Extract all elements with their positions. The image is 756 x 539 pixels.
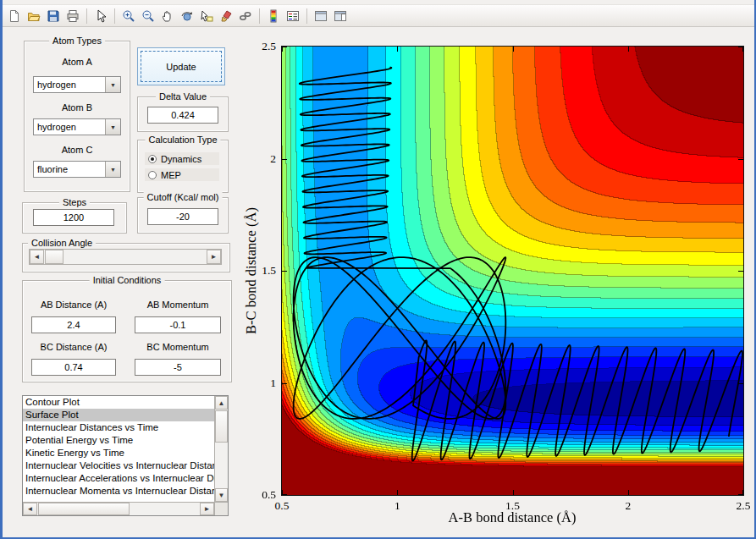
data-cursor-icon[interactable] (197, 7, 216, 25)
list-item[interactable]: Surface Plot (23, 409, 214, 421)
scroll-right-icon[interactable]: ► (200, 503, 214, 515)
y-axis-label: B-C bond distance (Å) (243, 207, 260, 334)
update-button-label: Update (166, 62, 196, 72)
radio-label: MEP (161, 170, 181, 180)
cutoff-field[interactable]: -20 (147, 208, 218, 225)
ab-distance-field[interactable]: 2.4 (31, 316, 116, 333)
open-folder-icon[interactable] (25, 7, 43, 25)
ab-momentum-field[interactable]: -0.1 (135, 316, 221, 333)
list-item[interactable]: Internuclear Velocities vs Internuclear … (23, 459, 214, 472)
dropdown-arrow-icon[interactable]: ▼ (105, 119, 120, 135)
dropdown-arrow-icon[interactable]: ▼ (105, 77, 120, 92)
print-icon[interactable] (63, 7, 82, 25)
list-items: Contour PlotSurface PlotInternuclear Dis… (23, 396, 214, 502)
delta-value-field[interactable]: 0.424 (147, 107, 218, 124)
toolbar-separator (306, 8, 307, 24)
pan-icon[interactable] (158, 7, 177, 25)
slider-thumb[interactable] (45, 250, 63, 264)
insert-legend-icon[interactable] (284, 7, 302, 25)
new-document-icon[interactable] (5, 7, 24, 25)
vscroll-thumb[interactable] (215, 410, 228, 443)
group-title: Initial Conditions (90, 274, 165, 286)
x-tick-label: 2.5 (722, 499, 756, 513)
slider-left-arrow-icon[interactable]: ◄ (30, 250, 44, 264)
delta-value-group: Delta Value 0.424 (137, 96, 229, 132)
atom-b-dropdown[interactable]: hydrogen ▼ (33, 118, 121, 135)
atom-a-label: Atom A (25, 57, 130, 67)
dropdown-arrow-icon[interactable]: ▼ (105, 162, 120, 177)
slider-track[interactable] (44, 250, 207, 264)
toolbar-separator (259, 8, 260, 24)
atom-c-dropdown[interactable]: fluorine ▼ (33, 161, 121, 178)
hide-plot-tools-icon[interactable] (312, 7, 330, 25)
bc-distance-field[interactable]: 0.74 (31, 359, 116, 376)
scroll-left-icon[interactable]: ◄ (23, 503, 37, 515)
cutoff-group: Cutoff (Kcal/ mol) -20 (137, 197, 229, 234)
zoom-in-icon[interactable] (119, 7, 138, 25)
radio-label: Dynamics (161, 154, 201, 164)
show-plot-tools-icon[interactable] (331, 7, 350, 25)
zoom-out-icon[interactable] (139, 7, 157, 25)
list-vertical-scrollbar[interactable]: ▲ ▼ (214, 396, 228, 502)
collision-angle-group: Collision Angle ◄ ► (22, 243, 230, 272)
group-title: Delta Value (156, 91, 210, 102)
insert-colorbar-icon[interactable] (264, 7, 283, 25)
ab-momentum-label: AB Momentum (135, 300, 221, 310)
hscroll-track[interactable] (37, 503, 200, 515)
group-title: Cutoff (Kcal/ mol) (144, 191, 223, 203)
bc-momentum-field[interactable]: -5 (135, 359, 221, 376)
update-button[interactable]: Update (137, 47, 225, 85)
toolbar-separator (114, 8, 115, 24)
atom-a-value: hydrogen (34, 77, 105, 92)
brush-icon[interactable] (217, 7, 235, 25)
ab-distance-label: AB Distance (A) (31, 300, 116, 310)
radio-mep[interactable]: MEP (145, 168, 219, 181)
list-item[interactable]: Kinetic Energy vs Time (23, 447, 214, 459)
slider-right-arrow-icon[interactable]: ► (207, 250, 221, 264)
steps-field[interactable]: 1200 (33, 209, 114, 226)
toolbar-separator (86, 8, 87, 24)
list-item[interactable]: Contour Plot (23, 396, 214, 409)
initial-conditions-group: Initial Conditions AB Distance (A) AB Mo… (22, 280, 232, 382)
collision-angle-slider[interactable]: ◄ ► (29, 249, 222, 265)
scroll-down-icon[interactable]: ▼ (215, 488, 228, 502)
app-window: Atom Types Atom A hydrogen ▼ Atom B hydr… (0, 0, 756, 539)
list-item[interactable]: Internuclear Momenta vs Internuclear Dis… (23, 485, 214, 498)
up-arrow-glyph: ▲ (218, 399, 225, 407)
group-title: Atom Types (49, 35, 105, 47)
window-frame-left (0, 0, 3, 539)
combo-arrow-glyph: ▼ (110, 124, 116, 130)
y-tick-label: 0.5 (238, 488, 276, 502)
scroll-up-icon[interactable]: ▲ (215, 396, 228, 410)
bc-momentum-label: BC Momentum (135, 342, 221, 352)
group-title: Collision Angle (28, 237, 96, 249)
plot-type-listbox[interactable]: Contour PlotSurface PlotInternuclear Dis… (22, 395, 229, 516)
atom-a-dropdown[interactable]: hydrogen ▼ (33, 76, 121, 93)
atom-c-value: fluorine (34, 162, 105, 177)
list-item[interactable]: Internuclear Accelerations vs Internucle… (23, 472, 214, 485)
rotate-3d-icon[interactable] (178, 7, 196, 25)
link-plot-icon[interactable] (236, 7, 255, 25)
right-arrow-glyph: ► (204, 505, 211, 513)
list-item[interactable]: Internuclear Distances vs Time (23, 421, 214, 434)
list-item[interactable]: Potential Energy vs Time (23, 434, 214, 447)
group-title: Steps (59, 196, 90, 208)
vscroll-track[interactable] (215, 410, 228, 488)
radio-button-icon (148, 171, 157, 179)
pes-contour-plot[interactable] (281, 46, 744, 496)
left-arrow-glyph: ◄ (27, 505, 34, 513)
figure-toolbar (0, 4, 756, 27)
save-icon[interactable] (44, 7, 63, 25)
x-tick-label: 1 (376, 499, 418, 513)
right-arrow-glyph: ► (211, 253, 218, 261)
combo-arrow-glyph: ▼ (110, 167, 116, 173)
edit-plot-icon[interactable] (91, 7, 110, 25)
hscroll-thumb[interactable] (38, 503, 130, 515)
radio-dynamics[interactable]: Dynamics (145, 152, 219, 165)
y-tick-label: 2.5 (238, 40, 276, 53)
scrollbar-corner (214, 502, 228, 515)
list-horizontal-scrollbar[interactable]: ◄ ► (23, 502, 214, 515)
left-arrow-glyph: ◄ (34, 253, 41, 261)
radio-button-icon (148, 155, 157, 163)
down-arrow-glyph: ▼ (218, 492, 225, 499)
